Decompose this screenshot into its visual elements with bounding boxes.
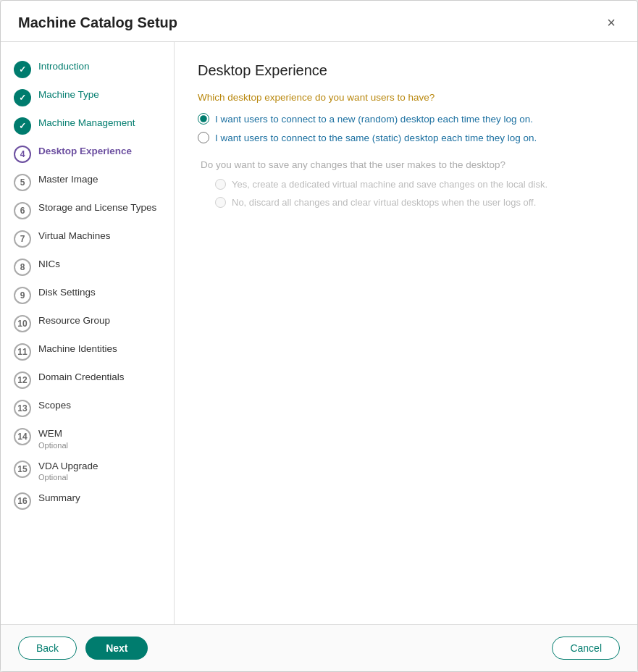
sidebar-label: Scopes (38, 399, 71, 412)
sidebar-item-summary[interactable]: 16Summary (1, 487, 174, 515)
sidebar-label-text: NICs (38, 258, 60, 271)
sidebar-label-text: Summary (38, 492, 80, 505)
close-button[interactable]: × (603, 14, 620, 31)
sidebar-label: Summary (38, 492, 80, 505)
sidebar-label-text: Resource Group (38, 314, 110, 327)
sidebar-item-vda-upgrade[interactable]: 15VDA UpgradeOptional (1, 455, 174, 487)
save-no-label: No, discard all changes and clear virtua… (232, 197, 536, 208)
save-changes-yes-option[interactable]: Yes, create a dedicated virtual machine … (215, 179, 614, 190)
step-indicator-6: 6 (14, 202, 31, 219)
dialog-footer: Back Next Cancel (1, 624, 637, 671)
sidebar-label-text: Machine Type (38, 88, 99, 101)
sidebar-label: Disk Settings (38, 286, 96, 299)
sidebar-label-text: VDA Upgrade (38, 460, 98, 473)
sidebar-label-text: Desktop Experience (38, 145, 132, 158)
save-yes-radio[interactable] (215, 179, 226, 190)
sub-question: Do you want to save any changes that the… (198, 159, 614, 170)
step-indicator-8: 8 (14, 259, 31, 276)
step-indicator-12: 12 (14, 371, 31, 389)
sidebar-label-text: Machine Management (38, 117, 135, 130)
save-changes-options: Yes, create a dedicated virtual machine … (198, 179, 614, 208)
sidebar-item-domain-credentials[interactable]: 12Domain Credentials (1, 366, 174, 394)
sidebar-label-text: Master Image (38, 173, 98, 186)
sidebar-label-text: Scopes (38, 399, 71, 412)
dialog-body: ✓Introduction✓Machine Type✓Machine Manag… (1, 42, 637, 624)
sidebar-label-text: Introduction (38, 60, 90, 73)
sidebar-item-machine-management[interactable]: ✓Machine Management (1, 112, 174, 140)
sidebar-item-machine-type[interactable]: ✓Machine Type (1, 83, 174, 112)
sidebar-item-storage-and-license-types[interactable]: 6Storage and License Types (1, 196, 174, 224)
dialog-header: Machine Catalog Setup × (1, 1, 637, 42)
sidebar-label-text: Virtual Machines (38, 230, 111, 243)
step-indicator-14: 14 (14, 428, 31, 445)
sidebar-item-scopes[interactable]: 13Scopes (1, 394, 174, 422)
cancel-button[interactable]: Cancel (552, 637, 620, 660)
step-indicator-10: 10 (14, 315, 31, 332)
sidebar-item-disk-settings[interactable]: 9Disk Settings (1, 281, 174, 309)
save-no-radio[interactable] (215, 197, 226, 208)
dialog-title: Machine Catalog Setup (18, 14, 177, 31)
step-indicator-9: 9 (14, 287, 31, 304)
sidebar-label: Resource Group (38, 314, 110, 327)
step-indicator-1: ✓ (14, 61, 31, 78)
step-indicator-13: 13 (14, 400, 31, 417)
sidebar-optional-label: Optional (38, 441, 68, 450)
back-button[interactable]: Back (18, 637, 77, 660)
sidebar-item-master-image[interactable]: 5Master Image (1, 168, 174, 196)
sidebar-item-introduction[interactable]: ✓Introduction (1, 55, 174, 83)
sidebar-item-wem[interactable]: 14WEMOptional (1, 422, 174, 455)
sidebar-label: Machine Identities (38, 343, 117, 356)
step-indicator-2: ✓ (14, 89, 31, 106)
static-desktop-option[interactable]: I want users to connect to the same (sta… (198, 132, 614, 143)
main-question: Which desktop experience do you want use… (198, 92, 614, 103)
sidebar-optional-label: Optional (38, 473, 98, 482)
step-indicator-5: 5 (14, 174, 31, 191)
step-indicator-11: 11 (14, 343, 31, 361)
sidebar-label: Master Image (38, 173, 98, 186)
footer-left-buttons: Back Next (18, 637, 148, 660)
machine-catalog-setup-dialog: Machine Catalog Setup × ✓Introduction✓Ma… (0, 0, 638, 672)
sidebar-item-resource-group[interactable]: 10Resource Group (1, 309, 174, 337)
sidebar-label: Introduction (38, 60, 90, 73)
main-content: Desktop Experience Which desktop experie… (175, 42, 637, 624)
random-desktop-option[interactable]: I want users to connect to a new (random… (198, 113, 614, 125)
step-indicator-7: 7 (14, 230, 31, 248)
sidebar: ✓Introduction✓Machine Type✓Machine Manag… (1, 42, 175, 624)
static-desktop-radio[interactable] (198, 132, 209, 143)
step-indicator-16: 16 (14, 492, 31, 510)
sidebar-label-text: Domain Credentials (38, 371, 125, 384)
sidebar-label: Desktop Experience (38, 145, 132, 158)
random-desktop-radio[interactable] (198, 113, 209, 125)
sidebar-label: VDA UpgradeOptional (38, 460, 98, 482)
sidebar-label: NICs (38, 258, 60, 271)
sidebar-label-text: WEM (38, 427, 68, 440)
sidebar-label: Machine Type (38, 88, 99, 101)
save-changes-no-option[interactable]: No, discard all changes and clear virtua… (215, 197, 614, 208)
random-desktop-label: I want users to connect to a new (random… (215, 114, 533, 125)
sidebar-item-desktop-experience[interactable]: 4Desktop Experience (1, 140, 174, 168)
sidebar-label: Virtual Machines (38, 230, 111, 243)
sidebar-item-virtual-machines[interactable]: 7Virtual Machines (1, 224, 174, 253)
save-yes-label: Yes, create a dedicated virtual machine … (232, 179, 547, 190)
sidebar-item-nics[interactable]: 8NICs (1, 253, 174, 281)
step-indicator-4: 4 (14, 146, 31, 163)
section-title: Desktop Experience (198, 62, 614, 79)
step-indicator-3: ✓ (14, 117, 31, 135)
sidebar-label-text: Disk Settings (38, 286, 96, 299)
step-indicator-15: 15 (14, 461, 31, 478)
sidebar-label: WEMOptional (38, 427, 68, 450)
sidebar-label-text: Machine Identities (38, 343, 117, 356)
next-button[interactable]: Next (85, 637, 148, 660)
static-desktop-label: I want users to connect to the same (sta… (215, 133, 537, 143)
sidebar-label: Domain Credentials (38, 371, 125, 384)
sidebar-label: Machine Management (38, 117, 135, 130)
desktop-experience-options: I want users to connect to a new (random… (198, 113, 614, 143)
sidebar-label: Storage and License Types (38, 201, 156, 214)
sidebar-item-machine-identities[interactable]: 11Machine Identities (1, 337, 174, 366)
sidebar-label-text: Storage and License Types (38, 201, 156, 214)
